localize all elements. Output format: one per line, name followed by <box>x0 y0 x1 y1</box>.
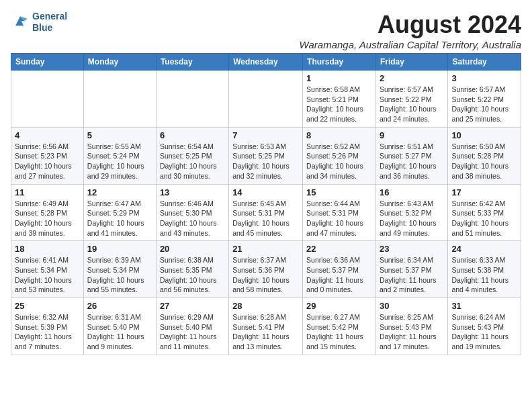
week-row-5: 25Sunrise: 6:32 AM Sunset: 5:39 PM Dayli… <box>11 298 521 355</box>
day-cell: 11Sunrise: 6:49 AM Sunset: 5:28 PM Dayli… <box>11 184 84 241</box>
day-cell: 5Sunrise: 6:55 AM Sunset: 5:24 PM Daylig… <box>83 127 156 184</box>
day-number: 5 <box>87 130 152 140</box>
day-info: Sunrise: 6:49 AM Sunset: 5:28 PM Dayligh… <box>15 199 80 238</box>
day-info: Sunrise: 6:43 AM Sunset: 5:32 PM Dayligh… <box>380 199 444 238</box>
logo-text: General Blue <box>32 11 67 34</box>
day-number: 31 <box>451 301 517 311</box>
day-info: Sunrise: 6:38 AM Sunset: 5:35 PM Dayligh… <box>160 255 225 295</box>
day-number: 21 <box>232 244 299 254</box>
calendar-table: SundayMondayTuesdayWednesdayThursdayFrid… <box>11 53 521 355</box>
day-number: 26 <box>87 301 152 311</box>
header-monday: Monday <box>83 54 156 71</box>
day-number: 8 <box>306 130 372 140</box>
day-cell: 6Sunrise: 6:54 AM Sunset: 5:25 PM Daylig… <box>156 127 228 184</box>
day-cell: 8Sunrise: 6:52 AM Sunset: 5:26 PM Daylig… <box>303 127 376 184</box>
day-cell: 10Sunrise: 6:50 AM Sunset: 5:28 PM Dayli… <box>448 127 521 184</box>
day-info: Sunrise: 6:29 AM Sunset: 5:40 PM Dayligh… <box>160 312 225 352</box>
title-block: August 2024 Waramanga, Australian Capita… <box>300 11 521 50</box>
day-info: Sunrise: 6:36 AM Sunset: 5:37 PM Dayligh… <box>306 255 372 295</box>
week-row-2: 4Sunrise: 6:56 AM Sunset: 5:23 PM Daylig… <box>11 127 521 184</box>
day-cell: 2Sunrise: 6:57 AM Sunset: 5:22 PM Daylig… <box>375 71 447 128</box>
day-number: 23 <box>380 244 444 254</box>
day-number: 27 <box>160 301 225 311</box>
day-info: Sunrise: 6:31 AM Sunset: 5:40 PM Dayligh… <box>87 312 152 352</box>
header-sunday: Sunday <box>11 54 84 71</box>
day-info: Sunrise: 6:24 AM Sunset: 5:43 PM Dayligh… <box>451 312 517 352</box>
day-cell: 21Sunrise: 6:37 AM Sunset: 5:36 PM Dayli… <box>229 241 303 298</box>
header-tuesday: Tuesday <box>156 54 228 71</box>
day-number: 17 <box>451 187 517 197</box>
calendar-header-row: SundayMondayTuesdayWednesdayThursdayFrid… <box>11 54 521 71</box>
day-cell: 15Sunrise: 6:44 AM Sunset: 5:31 PM Dayli… <box>303 184 376 241</box>
page-header: General Blue August 2024 Waramanga, Aust… <box>11 11 521 50</box>
day-info: Sunrise: 6:39 AM Sunset: 5:34 PM Dayligh… <box>87 255 152 295</box>
day-cell: 23Sunrise: 6:34 AM Sunset: 5:37 PM Dayli… <box>375 241 447 298</box>
day-number: 7 <box>232 130 299 140</box>
day-cell: 30Sunrise: 6:25 AM Sunset: 5:43 PM Dayli… <box>375 298 447 355</box>
day-number: 16 <box>380 187 444 197</box>
day-number: 29 <box>306 301 372 311</box>
location-subtitle: Waramanga, Australian Capital Territory,… <box>300 39 521 50</box>
day-info: Sunrise: 6:54 AM Sunset: 5:25 PM Dayligh… <box>160 142 225 181</box>
day-cell: 29Sunrise: 6:27 AM Sunset: 5:42 PM Dayli… <box>303 298 376 355</box>
day-info: Sunrise: 6:41 AM Sunset: 5:34 PM Dayligh… <box>15 255 80 295</box>
day-cell <box>229 71 303 128</box>
day-info: Sunrise: 6:28 AM Sunset: 5:41 PM Dayligh… <box>232 312 299 352</box>
day-info: Sunrise: 6:58 AM Sunset: 5:21 PM Dayligh… <box>306 85 372 124</box>
day-cell: 13Sunrise: 6:46 AM Sunset: 5:30 PM Dayli… <box>156 184 228 241</box>
day-info: Sunrise: 6:47 AM Sunset: 5:29 PM Dayligh… <box>87 199 152 238</box>
day-info: Sunrise: 6:44 AM Sunset: 5:31 PM Dayligh… <box>306 199 372 238</box>
day-cell <box>83 71 156 128</box>
month-title: August 2024 <box>300 11 521 39</box>
day-info: Sunrise: 6:25 AM Sunset: 5:43 PM Dayligh… <box>380 312 444 352</box>
day-cell: 24Sunrise: 6:33 AM Sunset: 5:38 PM Dayli… <box>448 241 521 298</box>
day-number: 9 <box>380 130 444 140</box>
day-cell: 12Sunrise: 6:47 AM Sunset: 5:29 PM Dayli… <box>83 184 156 241</box>
header-wednesday: Wednesday <box>229 54 303 71</box>
day-number: 4 <box>15 130 80 140</box>
day-info: Sunrise: 6:37 AM Sunset: 5:36 PM Dayligh… <box>232 255 299 295</box>
day-cell: 3Sunrise: 6:57 AM Sunset: 5:22 PM Daylig… <box>448 71 521 128</box>
day-info: Sunrise: 6:56 AM Sunset: 5:23 PM Dayligh… <box>15 142 80 181</box>
day-cell: 25Sunrise: 6:32 AM Sunset: 5:39 PM Dayli… <box>11 298 84 355</box>
day-info: Sunrise: 6:42 AM Sunset: 5:33 PM Dayligh… <box>451 199 517 238</box>
day-info: Sunrise: 6:45 AM Sunset: 5:31 PM Dayligh… <box>232 199 299 238</box>
day-number: 10 <box>451 130 517 140</box>
day-cell <box>11 71 84 128</box>
day-number: 28 <box>232 301 299 311</box>
day-info: Sunrise: 6:57 AM Sunset: 5:22 PM Dayligh… <box>380 85 444 124</box>
day-cell: 27Sunrise: 6:29 AM Sunset: 5:40 PM Dayli… <box>156 298 228 355</box>
day-cell: 16Sunrise: 6:43 AM Sunset: 5:32 PM Dayli… <box>375 184 447 241</box>
day-number: 18 <box>15 244 80 254</box>
day-info: Sunrise: 6:57 AM Sunset: 5:22 PM Dayligh… <box>451 85 517 124</box>
day-info: Sunrise: 6:51 AM Sunset: 5:27 PM Dayligh… <box>380 142 444 181</box>
day-cell: 28Sunrise: 6:28 AM Sunset: 5:41 PM Dayli… <box>229 298 303 355</box>
logo: General Blue <box>11 11 67 34</box>
day-number: 25 <box>15 301 80 311</box>
day-cell: 7Sunrise: 6:53 AM Sunset: 5:25 PM Daylig… <box>229 127 303 184</box>
day-cell <box>156 71 228 128</box>
day-number: 3 <box>451 73 517 83</box>
day-number: 30 <box>380 301 444 311</box>
day-info: Sunrise: 6:53 AM Sunset: 5:25 PM Dayligh… <box>232 142 299 181</box>
day-info: Sunrise: 6:52 AM Sunset: 5:26 PM Dayligh… <box>306 142 372 181</box>
day-number: 13 <box>160 187 225 197</box>
day-info: Sunrise: 6:32 AM Sunset: 5:39 PM Dayligh… <box>15 312 80 352</box>
day-number: 22 <box>306 244 372 254</box>
day-number: 2 <box>380 73 444 83</box>
day-cell: 17Sunrise: 6:42 AM Sunset: 5:33 PM Dayli… <box>448 184 521 241</box>
day-info: Sunrise: 6:50 AM Sunset: 5:28 PM Dayligh… <box>451 142 517 181</box>
day-cell: 22Sunrise: 6:36 AM Sunset: 5:37 PM Dayli… <box>303 241 376 298</box>
day-number: 15 <box>306 187 372 197</box>
day-number: 20 <box>160 244 225 254</box>
logo-icon <box>11 13 30 32</box>
day-cell: 4Sunrise: 6:56 AM Sunset: 5:23 PM Daylig… <box>11 127 84 184</box>
day-info: Sunrise: 6:27 AM Sunset: 5:42 PM Dayligh… <box>306 312 372 352</box>
day-number: 11 <box>15 187 80 197</box>
day-info: Sunrise: 6:55 AM Sunset: 5:24 PM Dayligh… <box>87 142 152 181</box>
day-cell: 1Sunrise: 6:58 AM Sunset: 5:21 PM Daylig… <box>303 71 376 128</box>
day-info: Sunrise: 6:34 AM Sunset: 5:37 PM Dayligh… <box>380 255 444 295</box>
header-saturday: Saturday <box>448 54 521 71</box>
day-info: Sunrise: 6:46 AM Sunset: 5:30 PM Dayligh… <box>160 199 225 238</box>
day-number: 6 <box>160 130 225 140</box>
